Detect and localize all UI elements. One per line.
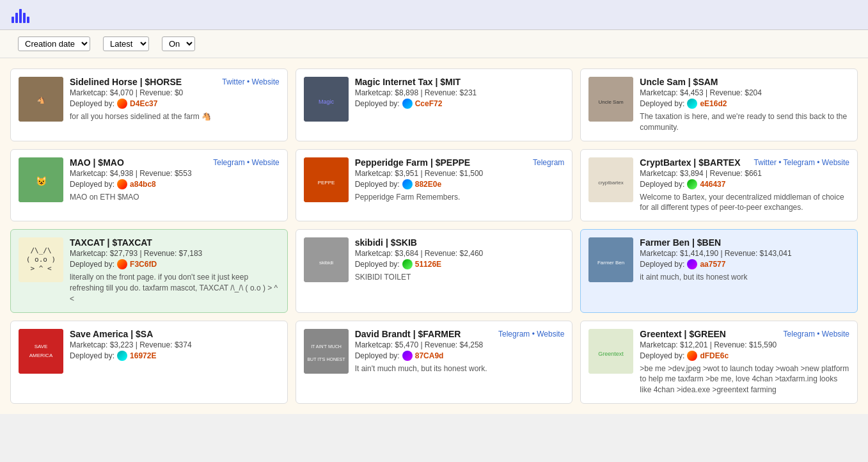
svg-text:Magic: Magic (319, 99, 335, 105)
svg-text:🐴: 🐴 (37, 96, 45, 104)
card-header: SAVEAMERICA Save America | $SA Marketcap… (19, 329, 280, 374)
link-website[interactable]: Website (537, 330, 564, 339)
deployer-avatar (402, 351, 413, 361)
card-marketcap: Marketcap: $8,898 | Revenue: $231 (355, 88, 565, 97)
card-marketcap: Marketcap: $4,070 | Revenue: $0 (70, 88, 280, 97)
link-twitter[interactable]: Twitter (222, 77, 244, 86)
link-website[interactable]: Website (822, 330, 849, 339)
deployer-address[interactable]: CceF72 (415, 99, 443, 108)
card-header: PEPPE Pepperidge Farm | $PEPPE Telegram … (304, 157, 565, 203)
card-header: 😺 MAO | $MAO Telegram • Website Marketca… (19, 157, 280, 203)
logo (12, 6, 35, 23)
card-image: Greentext (588, 329, 633, 374)
card-info: MAO | $MAO Telegram • Website Marketcap:… (70, 157, 280, 203)
link-telegram[interactable]: Telegram (498, 330, 530, 339)
deployer-avatar (402, 179, 413, 189)
card-info: Save America | $SA Marketcap: $3,223 | R… (70, 329, 280, 361)
deployer-avatar (402, 259, 413, 269)
card-marketcap: Marketcap: $4,453 | Revenue: $204 (640, 88, 849, 97)
deployer-address[interactable]: 446437 (700, 180, 725, 189)
card-title-row: Save America | $SA (70, 329, 280, 339)
card-title-row: Farmer Ben | $BEN (640, 237, 849, 248)
card-marketcap: Marketcap: $5,470 | Revenue: $4,258 (355, 340, 565, 349)
link-website[interactable]: Website (822, 158, 849, 167)
card-title: CryptBartex | $BARTEX (640, 157, 740, 168)
deployer-address[interactable]: eE16d2 (700, 99, 727, 108)
deployer-address[interactable]: dFDE6c (700, 351, 729, 360)
card-title-row: Magic Internet Tax | $MIT (355, 77, 565, 87)
card-deployed: Deployed by: F3C6fD (70, 259, 280, 269)
deployer-avatar (687, 99, 697, 109)
link-telegram[interactable]: Telegram (784, 158, 815, 167)
card-marketcap: Marketcap: $27,793 | Revenue: $7,183 (70, 249, 280, 258)
card-description: Welcome to Bartex, your decentralized mi… (640, 192, 849, 214)
svg-rect-19 (304, 329, 349, 374)
taxcat-ascii: /\_/\( o.o )> ^ < (26, 246, 56, 274)
card-title: TAXCAT | $TAXCAT (70, 237, 152, 248)
card-title: Greentext | $GREEN (640, 329, 726, 339)
link-telegram[interactable]: Telegram (784, 330, 815, 339)
card-grid: 🐴 Sidelined Horse | $HORSE Twitter • Web… (10, 68, 858, 404)
card-info: Uncle Sam | $SAM Marketcap: $4,453 | Rev… (640, 77, 849, 133)
card-marketcap: Marketcap: $3,684 | Revenue: $2,460 (355, 249, 565, 258)
card-deployed: Deployed by: dFDE6c (640, 351, 849, 361)
card-description: Pepperidge Farm Remembers. (355, 192, 565, 203)
sort-select[interactable]: Creation date Marketcap Revenue (18, 36, 90, 51)
card-title-row: skibidi | $SKIB (355, 237, 565, 248)
deployer-address[interactable]: F3C6fD (130, 260, 157, 269)
card-header: 🐴 Sidelined Horse | $HORSE Twitter • Web… (19, 77, 280, 122)
card-greentext: Greentext Greentext | $GREEN Telegram • … (580, 321, 858, 404)
animations-select[interactable]: On Off (162, 36, 195, 51)
card-image: Uncle Sam (588, 77, 633, 122)
deployer-avatar (402, 99, 413, 109)
svg-text:PEPPE: PEPPE (317, 180, 335, 186)
deployed-label: Deployed by: (70, 99, 114, 108)
deployer-address[interactable]: 882E0e (415, 180, 441, 189)
deployer-address[interactable]: 16972E (130, 351, 156, 360)
card-info: TAXCAT | $TAXCAT Marketcap: $27,793 | Re… (70, 237, 280, 304)
link-twitter[interactable]: Twitter (754, 158, 777, 167)
card-links: Twitter • Website (222, 77, 279, 86)
link-telegram[interactable]: Telegram (533, 158, 564, 167)
card-skibidi: skibidi skibidi | $SKIB Marketcap: $3,68… (296, 229, 573, 312)
card-marketcap: Marketcap: $3,223 | Revenue: $374 (70, 340, 280, 349)
card-info: Greentext | $GREEN Telegram • Website Ma… (640, 329, 849, 395)
card-image: 🐴 (19, 77, 63, 122)
link-website[interactable]: Website (252, 77, 280, 86)
card-david-brandt: IT AIN'T MUCHBUT IT'S HONEST David Brand… (296, 321, 573, 404)
card-title-row: Sidelined Horse | $HORSE Twitter • Websi… (70, 77, 280, 87)
card-info: Pepperidge Farm | $PEPPE Telegram Market… (355, 157, 565, 203)
deployer-address[interactable]: a84bc8 (130, 180, 156, 189)
svg-rect-16 (19, 329, 63, 374)
svg-text:skibidi: skibidi (319, 260, 333, 266)
card-header: IT AIN'T MUCHBUT IT'S HONEST David Brand… (304, 329, 565, 374)
deployer-address[interactable]: 87CA9d (415, 351, 444, 360)
order-select[interactable]: Latest Oldest (103, 36, 149, 51)
card-image: skibidi (304, 237, 349, 282)
card-save-america: SAVEAMERICA Save America | $SA Marketcap… (10, 321, 288, 404)
main-content: 🐴 Sidelined Horse | $HORSE Twitter • Web… (0, 58, 868, 414)
card-title-row: David Brandt | $FARMER Telegram • Websit… (355, 329, 565, 339)
link-telegram[interactable]: Telegram (213, 158, 244, 167)
card-title: David Brandt | $FARMER (355, 329, 461, 339)
card-header: Farmer Ben Farmer Ben | $BEN Marketcap: … (588, 237, 849, 283)
card-info: Sidelined Horse | $HORSE Twitter • Websi… (70, 77, 280, 122)
deployer-avatar (117, 259, 127, 269)
card-info: Farmer Ben | $BEN Marketcap: $1,414,190 … (640, 237, 849, 283)
card-info: Magic Internet Tax | $MIT Marketcap: $8,… (355, 77, 565, 109)
card-image: Magic (304, 77, 349, 122)
card-deployed: Deployed by: aa7577 (640, 259, 849, 269)
link-website[interactable]: Website (252, 158, 280, 167)
deployer-avatar (117, 179, 127, 189)
deployer-avatar (117, 351, 127, 361)
svg-text:SAVE: SAVE (35, 344, 48, 349)
card-deployed: Deployed by: 87CA9d (355, 351, 565, 361)
card-header: skibidi skibidi | $SKIB Marketcap: $3,68… (304, 237, 565, 283)
card-header: Uncle Sam Uncle Sam | $SAM Marketcap: $4… (588, 77, 849, 133)
deployer-address[interactable]: D4Ec37 (130, 99, 157, 108)
deployed-label: Deployed by: (70, 180, 114, 189)
deployer-address[interactable]: aa7577 (700, 260, 725, 269)
deployer-address[interactable]: 51126E (415, 260, 441, 269)
deployed-label: Deployed by: (640, 99, 684, 108)
card-taxcat: /\_/\( o.o )> ^ < TAXCAT | $TAXCAT Marke… (10, 229, 288, 312)
